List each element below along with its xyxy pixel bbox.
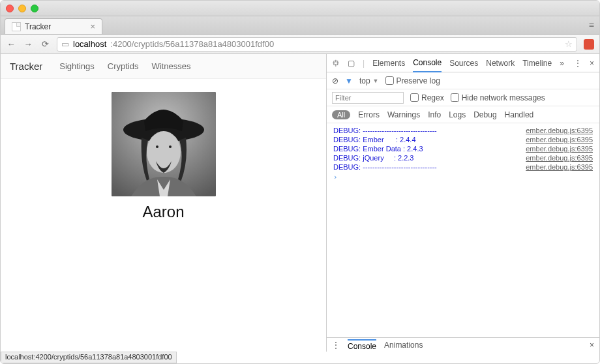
console-toolbar: ⊘ ▼ top ▼ Preserve log — [327, 72, 599, 89]
drawer-close-icon[interactable]: × — [590, 341, 594, 350]
hide-network-checkbox[interactable]: Hide network messages — [451, 93, 545, 102]
svg-point-3 — [156, 145, 158, 148]
address-bar[interactable]: ▭ localhost:4200/cryptids/56a11378a81a48… — [57, 37, 577, 52]
nav-link-witnesses[interactable]: Witnesses — [151, 61, 190, 71]
extension-icons — [584, 39, 594, 50]
console-line: DEBUG: Ember : 2.4.4ember.debug.js:6395 — [327, 135, 599, 144]
drawer-tab-animations[interactable]: Animations — [384, 341, 423, 350]
level-debug[interactable]: Debug — [473, 110, 496, 119]
minimize-window-button[interactable] — [18, 5, 26, 12]
app-title[interactable]: Tracker — [10, 61, 42, 72]
regex-label: Regex — [421, 93, 444, 102]
console-msg: DEBUG: jQuery : 2.2.3 — [333, 154, 414, 162]
profile-name: Aaron — [1, 203, 326, 221]
regex-checkbox[interactable]: Regex — [410, 93, 444, 102]
preserve-log-checkbox[interactable]: Preserve log — [385, 76, 440, 85]
console-src[interactable]: ember.debug.js:6395 — [526, 136, 593, 144]
traffic-lights — [6, 5, 38, 12]
devtools-tab-network[interactable]: Network — [486, 54, 515, 72]
log-level-bar: All Errors Warnings Info Logs Debug Hand… — [327, 106, 599, 123]
console-src[interactable]: ember.debug.js:6395 — [526, 154, 593, 162]
svg-point-4 — [169, 145, 172, 148]
devtools-menu-icon[interactable]: ⋮ — [574, 59, 582, 68]
page-icon — [12, 22, 21, 31]
profile-card: Aaron — [1, 92, 326, 221]
level-all[interactable]: All — [332, 110, 350, 119]
console-line: DEBUG: -------------------------------em… — [327, 126, 599, 135]
context-label: top — [359, 76, 370, 85]
device-mode-icon[interactable]: ▢ — [348, 59, 355, 68]
browser-toolbar: ← → ⟳ ▭ localhost:4200/cryptids/56a11378… — [1, 35, 599, 54]
nav-link-cryptids[interactable]: Cryptids — [108, 61, 139, 71]
tab-title: Tracker — [25, 22, 51, 31]
console-msg: DEBUG: ------------------------------- — [333, 127, 437, 134]
more-tabs-icon[interactable]: » — [560, 59, 564, 68]
level-warnings[interactable]: Warnings — [387, 110, 420, 119]
console-msg: DEBUG: ------------------------------- — [333, 163, 437, 171]
reload-button[interactable]: ⟳ — [40, 39, 50, 49]
level-info[interactable]: Info — [428, 110, 441, 119]
console-line: DEBUG: -------------------------------em… — [327, 162, 599, 172]
browser-tab[interactable]: Tracker × — [5, 18, 102, 34]
console-msg: DEBUG: Ember : 2.4.4 — [333, 136, 416, 144]
svg-point-2 — [147, 131, 181, 173]
devtools-tab-elements[interactable]: Elements — [372, 54, 405, 72]
devtools-close-icon[interactable]: × — [590, 59, 594, 68]
url-path: :4200/cryptids/56a11378a81a4803001fdf00 — [110, 39, 274, 49]
level-logs[interactable]: Logs — [449, 110, 466, 119]
console-line: DEBUG: Ember Data : 2.4.3ember.debug.js:… — [327, 144, 599, 153]
hide-network-label: Hide network messages — [462, 93, 545, 102]
chevron-down-icon: ▼ — [373, 78, 379, 84]
devtools-drawer: ⋮ Console Animations × — [327, 337, 599, 352]
console-filter-input[interactable] — [332, 92, 404, 104]
inspect-element-icon[interactable]: ⯐ — [332, 59, 340, 68]
clear-console-icon[interactable]: ⊘ — [332, 76, 338, 85]
url-host: localhost — [73, 39, 106, 49]
devtools-tab-timeline[interactable]: Timeline — [522, 54, 552, 72]
devtools-panel: ⯐ ▢ | Elements Console Sources Network T… — [327, 54, 599, 352]
regex-input[interactable] — [410, 93, 419, 102]
filter-icon[interactable]: ▼ — [345, 76, 353, 85]
console-src[interactable]: ember.debug.js:6395 — [526, 127, 593, 134]
app-navbar: Tracker Sightings Cryptids Witnesses — [1, 54, 326, 79]
hide-network-input[interactable] — [451, 93, 459, 102]
console-src[interactable]: ember.debug.js:6395 — [526, 163, 593, 171]
close-window-button[interactable] — [6, 5, 14, 12]
level-handled[interactable]: Handled — [505, 110, 534, 119]
preserve-log-input[interactable] — [385, 76, 394, 85]
forward-button[interactable]: → — [23, 39, 33, 49]
console-prompt[interactable]: › — [327, 172, 599, 183]
level-errors[interactable]: Errors — [358, 110, 380, 119]
devtools-tab-sources[interactable]: Sources — [449, 54, 478, 72]
console-filterbar: Regex Hide network messages — [327, 89, 599, 106]
status-text: localhost:4200/cryptids/56a11378a81a4803… — [5, 353, 172, 361]
console-src[interactable]: ember.debug.js:6395 — [526, 145, 593, 153]
page-content: Tracker Sightings Cryptids Witnesses — [1, 54, 327, 352]
ember-inspector-icon[interactable] — [584, 39, 594, 50]
devtools-tabbar: ⯐ ▢ | Elements Console Sources Network T… — [327, 54, 599, 72]
console-msg: DEBUG: Ember Data : 2.4.3 — [333, 145, 423, 153]
drawer-tab-console[interactable]: Console — [348, 339, 376, 351]
window-titlebar — [1, 1, 599, 16]
site-info-icon[interactable]: ▭ — [61, 39, 69, 49]
preserve-log-label: Preserve log — [397, 76, 440, 85]
console-output: DEBUG: -------------------------------em… — [327, 123, 599, 337]
zoom-window-button[interactable] — [31, 5, 38, 12]
bookmark-icon[interactable]: ☆ — [565, 39, 573, 49]
nav-link-sightings[interactable]: Sightings — [59, 61, 94, 71]
avatar — [112, 92, 216, 196]
console-line: DEBUG: jQuery : 2.2.3ember.debug.js:6395 — [327, 153, 599, 162]
context-selector[interactable]: top ▼ — [359, 76, 379, 85]
close-tab-icon[interactable]: × — [90, 22, 95, 31]
devtools-tab-console[interactable]: Console — [413, 53, 442, 72]
browser-tabstrip: Tracker × ≡ — [1, 16, 599, 35]
status-bar: localhost:4200/cryptids/56a11378a81a4803… — [1, 352, 177, 363]
drawer-menu-icon[interactable]: ⋮ — [332, 341, 340, 350]
back-button[interactable]: ← — [6, 39, 16, 49]
chrome-menu-icon[interactable]: ≡ — [589, 20, 594, 30]
